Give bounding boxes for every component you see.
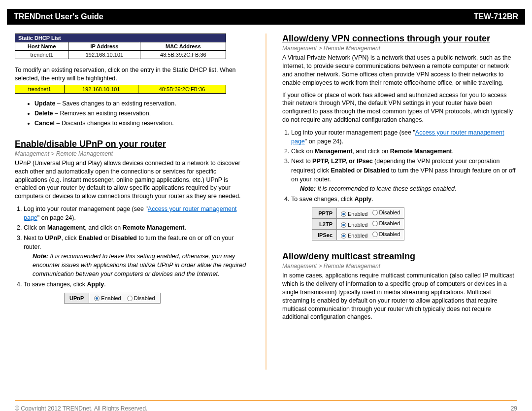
list-item: Cancel – Discards changes to existing re…: [34, 118, 250, 128]
list-item: Click on Management, and click on Remote…: [24, 223, 250, 232]
section-vpn-heading: Allow/deny VPN connections through your …: [282, 34, 517, 44]
right-column: Allow/deny VPN connections through your …: [282, 34, 517, 370]
dhcp-title: Static DHCP List: [15, 34, 226, 42]
header-bar: TRENDnet User's Guide TEW-712BR: [7, 9, 525, 25]
l2tp-disabled-radio[interactable]: Disabled: [372, 220, 400, 226]
breadcrumb: Management > Remote Management: [282, 45, 517, 52]
list-item: Update – Saves changes to an existing re…: [34, 99, 250, 108]
section-upnp-heading: Enable/disable UPnP on your router: [15, 139, 250, 149]
pptp-enabled-radio[interactable]: Enabled: [341, 211, 367, 217]
table-row[interactable]: trendnet1 192.168.10.101 48:5B:39:2C:FB:…: [15, 51, 226, 59]
multicast-body: In some cases, applications require mult…: [282, 272, 517, 321]
upnp-radio-row: UPnP Enabled Disabled: [64, 293, 161, 304]
left-column: Static DHCP List Host Name IP Address MA…: [15, 34, 250, 370]
header-title: TRENDnet User's Guide: [14, 12, 103, 21]
upnp-enabled-radio[interactable]: Enabled: [94, 295, 121, 301]
upnp-label: UPnP: [65, 293, 89, 303]
vpn-body-2: If your office or place of work has allo…: [282, 91, 517, 125]
table-row: L2TP Enabled Disabled: [312, 219, 404, 230]
l2tp-enabled-radio[interactable]: Enabled: [341, 222, 367, 228]
modify-text: To modify an existing reservation, click…: [15, 66, 250, 83]
page-number: 29: [511, 405, 517, 411]
list-item: Next to PPTP, L2TP, or IPsec (depending …: [291, 157, 517, 193]
upnp-note: Note: It is recommended to leave this se…: [24, 252, 250, 278]
vpn-protocol-table: PPTP Enabled Disabled L2TP Enabled Disab…: [312, 207, 404, 240]
section-multicast-heading: Allow/deny multicast streaming: [282, 251, 517, 262]
upnp-body: UPnP (Universal Plug and Play) allows de…: [15, 159, 250, 201]
dhcp-header-ip: IP Address: [68, 42, 140, 51]
ipsec-disabled-radio[interactable]: Disabled: [372, 231, 400, 237]
dhcp-header-host: Host Name: [15, 42, 68, 51]
vpn-note: Note: It is recommended to leave these s…: [291, 184, 517, 193]
table-row: PPTP Enabled Disabled: [312, 208, 404, 219]
dhcp-header-mac: MAC Address: [140, 42, 226, 51]
upnp-disabled-radio[interactable]: Disabled: [127, 295, 155, 301]
list-item: Delete – Removes an existing reservation…: [34, 108, 250, 118]
list-item: Log into your router management page (se…: [291, 128, 517, 146]
action-list: Update – Saves changes to an existing re…: [34, 99, 250, 128]
copyright: © Copyright 2012 TRENDnet. All Rights Re…: [15, 405, 147, 411]
list-item: To save changes, click Apply.: [291, 195, 517, 204]
vpn-body-1: A Virtual Private Network (VPN) is a net…: [282, 54, 517, 87]
breadcrumb: Management > Remote Management: [282, 263, 517, 270]
column-divider: [266, 34, 266, 370]
pptp-disabled-radio[interactable]: Disabled: [372, 209, 400, 215]
highlighted-row-table: trendnet1 192.168.10.101 48:5B:39:2C:FB:…: [15, 85, 226, 94]
upnp-steps: Log into your router management page (se…: [24, 205, 250, 289]
table-row: IPSec Enabled Disabled: [312, 230, 404, 240]
table-row[interactable]: trendnet1 192.168.10.101 48:5B:39:2C:FB:…: [15, 85, 226, 93]
vpn-steps: Log into your router management page (se…: [291, 128, 517, 204]
list-item: Log into your router management page (se…: [24, 205, 250, 222]
ipsec-enabled-radio[interactable]: Enabled: [341, 233, 367, 239]
list-item: Click on Management, and click on Remote…: [291, 147, 517, 156]
header-model: TEW-712BR: [474, 12, 518, 21]
breadcrumb: Management > Remote Management: [15, 150, 250, 157]
footer: © Copyright 2012 TRENDnet. All Rights Re…: [15, 400, 517, 411]
list-item: To save changes, click Apply.: [24, 280, 250, 289]
static-dhcp-table: Static DHCP List Host Name IP Address MA…: [15, 34, 226, 59]
list-item: Next to UPnP, click Enabled or Disabled …: [24, 234, 250, 279]
